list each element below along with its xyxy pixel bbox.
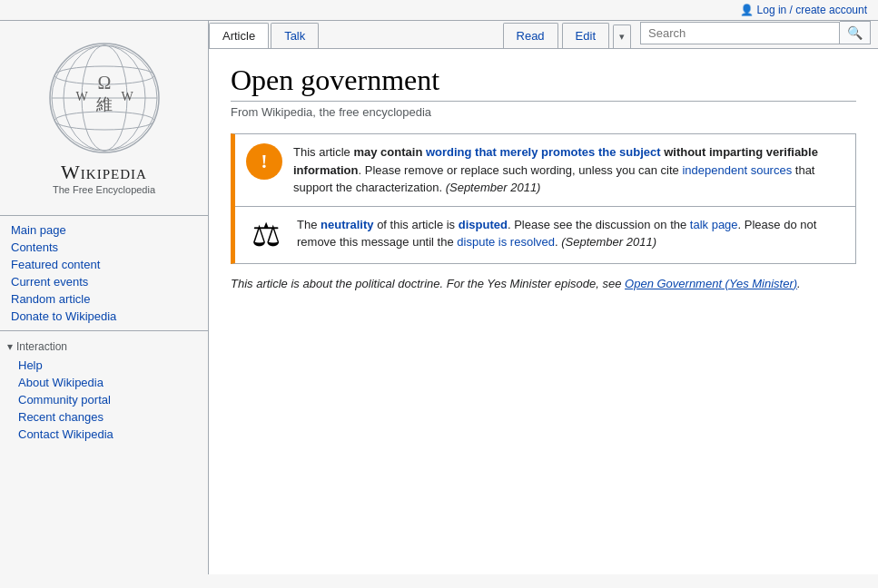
- collapse-icon: ▾: [7, 340, 13, 353]
- article-body: Open government From Wikipedia, the free…: [209, 49, 878, 305]
- svg-text:W: W: [75, 90, 88, 103]
- sidebar: Ω 維 W W Wikipedia The Free Encyclopedia …: [0, 21, 209, 574]
- scale-icon: ⚖: [246, 216, 286, 254]
- login-link[interactable]: Log in / create account: [757, 4, 867, 16]
- search-form: 🔍: [640, 21, 871, 48]
- logo-title: Wikipedia: [0, 161, 208, 184]
- svg-text:維: 維: [95, 95, 113, 113]
- sidebar-item-about[interactable]: About Wikipedia: [0, 374, 208, 391]
- tab-edit[interactable]: Edit: [562, 23, 609, 48]
- tab-bar: Article Talk Read Edit ▾ 🔍: [209, 21, 878, 49]
- disputed-link[interactable]: disputed: [459, 218, 508, 231]
- neutrality-link[interactable]: neutrality: [321, 218, 374, 231]
- sidebar-divider: [0, 215, 208, 216]
- sidebar-item-contents[interactable]: Contents: [0, 239, 208, 256]
- interaction-section-header: ▾ Interaction: [0, 337, 208, 357]
- svg-text:Ω: Ω: [97, 73, 111, 93]
- notice-promotional: ! This article may contain wording that …: [235, 134, 855, 206]
- sidebar-divider-2: [0, 330, 208, 331]
- independent-sources-link[interactable]: independent sources: [682, 163, 792, 177]
- sidebar-item-donate[interactable]: Donate to Wikipedia: [0, 308, 208, 325]
- tab-article[interactable]: Article: [209, 23, 269, 48]
- notice-neutrality-text: The neutrality of this article is disput…: [297, 216, 844, 251]
- italic-note: This article is about the political doct…: [231, 277, 856, 290]
- notice-container: ! This article may contain wording that …: [231, 133, 856, 264]
- sidebar-item-recent-changes[interactable]: Recent changes: [0, 408, 208, 426]
- sidebar-item-featured-content[interactable]: Featured content: [0, 256, 208, 273]
- search-button[interactable]: 🔍: [840, 21, 871, 44]
- wikipedia-globe-icon: Ω 維 W W: [45, 39, 163, 157]
- talk-page-link[interactable]: talk page: [690, 218, 738, 231]
- action-tabs: Read Edit ▾ 🔍: [503, 21, 878, 48]
- top-bar: 👤 Log in / create account: [0, 0, 878, 21]
- logo-area: Ω 維 W W Wikipedia The Free Encyclopedia: [0, 30, 208, 210]
- sidebar-item-help[interactable]: Help: [0, 357, 208, 374]
- namespace-tabs: Article Talk: [209, 23, 321, 48]
- article-subtitle: From Wikipedia, the free encyclopedia: [231, 105, 856, 119]
- dispute-resolved-link[interactable]: dispute is resolved: [457, 235, 555, 249]
- sidebar-item-random-article[interactable]: Random article: [0, 290, 208, 308]
- notice-promotional-text: This article may contain wording that me…: [293, 143, 844, 197]
- user-icon: 👤: [740, 4, 754, 16]
- exclamation-icon: !: [246, 143, 282, 180]
- tab-talk[interactable]: Talk: [271, 23, 319, 48]
- sidebar-item-current-events[interactable]: Current events: [0, 273, 208, 290]
- main-layout: Ω 維 W W Wikipedia The Free Encyclopedia …: [0, 21, 878, 574]
- search-input[interactable]: [640, 22, 840, 44]
- sidebar-item-community-portal[interactable]: Community portal: [0, 391, 208, 408]
- logo-subtitle: The Free Encyclopedia: [0, 184, 208, 195]
- tab-dropdown-icon[interactable]: ▾: [613, 24, 631, 48]
- svg-text:W: W: [121, 90, 133, 103]
- article-title: Open government: [231, 64, 856, 102]
- notice-neutrality: ⚖ The neutrality of this article is disp…: [235, 206, 855, 263]
- sidebar-item-contact[interactable]: Contact Wikipedia: [0, 426, 208, 443]
- tab-read[interactable]: Read: [503, 23, 558, 48]
- wording-link[interactable]: wording that merely promotes the subject: [426, 145, 661, 159]
- content-area: Article Talk Read Edit ▾ 🔍 Open governme…: [209, 21, 878, 574]
- sidebar-item-main-page[interactable]: Main page: [0, 221, 208, 239]
- yes-minister-link[interactable]: Open Government (Yes Minister): [625, 277, 797, 290]
